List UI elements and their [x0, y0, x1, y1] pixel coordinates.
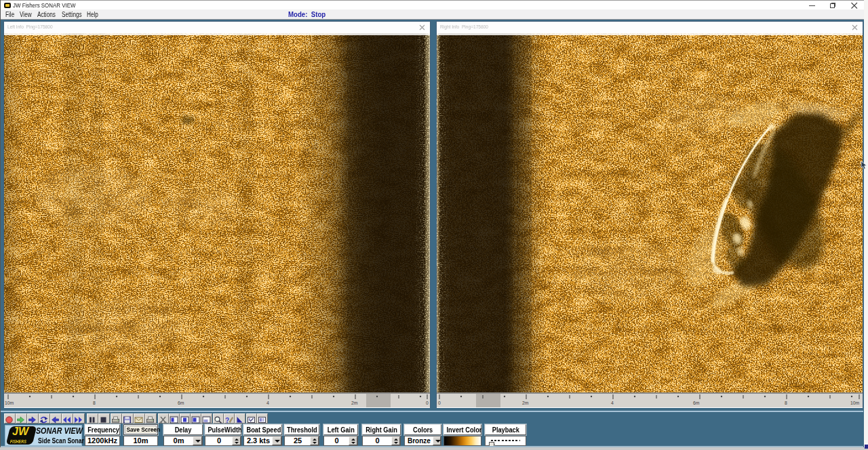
svg-text:6m: 6m — [178, 401, 184, 405]
svg-text:4: 4 — [611, 401, 614, 405]
svg-text:8: 8 — [785, 401, 787, 405]
svg-text:2m: 2m — [351, 401, 358, 405]
svg-text:10m: 10m — [5, 401, 14, 405]
svg-text:?: ? — [225, 417, 229, 424]
svg-text:2m: 2m — [522, 401, 529, 405]
svg-text:10m: 10m — [850, 401, 860, 405]
svg-text:0: 0 — [426, 401, 429, 405]
svg-text:4: 4 — [267, 401, 269, 405]
svg-text:6m: 6m — [693, 401, 700, 405]
svg-text:8: 8 — [93, 401, 96, 405]
svg-text:0: 0 — [438, 401, 441, 405]
